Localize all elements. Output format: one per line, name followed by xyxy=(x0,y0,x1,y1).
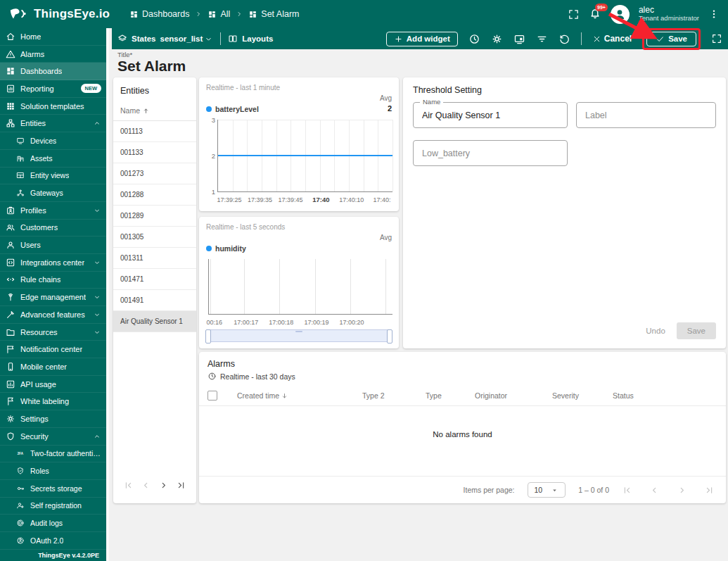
version-history-icon[interactable] xyxy=(558,33,570,45)
sidebar-item-self-registration[interactable]: Self registration xyxy=(0,498,106,515)
time-range-slider[interactable] xyxy=(206,329,392,342)
entity-row[interactable]: 001311 xyxy=(113,248,196,269)
alarms-timewindow-button[interactable]: Realtime - last 30 days xyxy=(199,370,726,386)
chev-left-icon xyxy=(141,480,151,491)
name-field[interactable] xyxy=(414,103,567,127)
column-header-type[interactable]: Type xyxy=(426,391,475,400)
entity-row[interactable]: 001471 xyxy=(113,269,196,290)
notifications-button[interactable]: 99+ xyxy=(589,8,601,20)
sidebar-item-advanced-features[interactable]: Advanced features xyxy=(0,306,106,324)
add-widget-button[interactable]: Add widget xyxy=(386,32,458,46)
users-icon xyxy=(6,240,15,250)
chart-timewindow-label: Realtime - last 5 seconds xyxy=(199,217,399,231)
sidebar-item-profiles[interactable]: Profiles xyxy=(0,202,106,220)
sidebar-item-secrets-storage[interactable]: Secrets storage xyxy=(0,480,106,498)
expand-dashboard-icon[interactable] xyxy=(711,33,722,44)
user-menu[interactable]: alec Tenant administrator xyxy=(639,6,699,23)
legend-label: humidity xyxy=(215,244,246,253)
filters-icon[interactable] xyxy=(536,33,548,45)
save-button[interactable]: Save xyxy=(646,32,696,46)
kebab-menu-icon[interactable] xyxy=(708,8,720,20)
threshold-save-button[interactable]: Save xyxy=(677,322,716,339)
sidebar-item-assets[interactable]: Assets xyxy=(0,150,106,168)
alarms-table-footer: Items per page: 10 1 – 0 of 0 xyxy=(199,476,726,503)
templates-icon xyxy=(6,101,15,111)
last-page-icon[interactable] xyxy=(176,480,186,491)
sidebar-item-dashboards[interactable]: Dashboards xyxy=(0,63,106,80)
select-all-checkbox[interactable] xyxy=(207,391,217,401)
sidebar-item-two-factor-authenticati[interactable]: 2FATwo-factor authenticati... xyxy=(0,446,106,463)
states-select[interactable]: States sensor_list xyxy=(117,34,213,44)
dashboard-settings-icon[interactable] xyxy=(491,33,503,45)
sidebar-item-mobile-center[interactable]: Mobile center xyxy=(0,358,106,376)
sidebar-item-white-labeling[interactable]: White labeling xyxy=(0,393,106,410)
avatar[interactable] xyxy=(611,5,630,24)
sidebar-item-users[interactable]: Users xyxy=(0,237,106,254)
sidebar-item-roles[interactable]: Roles xyxy=(0,462,106,480)
entity-row[interactable]: 001113 xyxy=(113,121,196,142)
column-header-status[interactable]: Status xyxy=(613,391,717,400)
sidebar-item-solution-templates[interactable]: Solution templates xyxy=(0,98,106,115)
column-header-type-2[interactable]: Type 2 xyxy=(362,391,426,400)
sidebar-item-label: Assets xyxy=(30,154,53,163)
legend-item[interactable]: batteryLevel xyxy=(206,105,259,113)
mobile-icon xyxy=(6,362,15,372)
sidebar-item-resources[interactable]: Resources xyxy=(0,324,106,341)
sidebar-item-oauth-2-0[interactable]: OAuth 2.0 xyxy=(0,532,106,550)
arrow-down-icon xyxy=(281,392,288,400)
page-title[interactable]: Set Alarm xyxy=(117,58,186,75)
entity-aliases-icon[interactable] xyxy=(513,33,525,45)
layouts-button[interactable]: Layouts xyxy=(228,34,273,44)
dashboard-icon xyxy=(207,10,217,19)
entities-column-header[interactable]: Name xyxy=(113,97,196,121)
sidebar-item-edge-management[interactable]: Edge management xyxy=(0,289,106,306)
sidebar-item-api-usage[interactable]: API usage xyxy=(0,376,106,393)
column-header-created-time[interactable]: Created time xyxy=(237,391,362,400)
sidebar-item-devices[interactable]: Devices xyxy=(0,132,106,150)
sidebar-item-home[interactable]: Home xyxy=(0,28,106,46)
entity-row[interactable]: Air Quality Sensor 1 xyxy=(113,311,196,332)
entity-row[interactable]: 001133 xyxy=(113,142,196,163)
alarm-type-field[interactable] xyxy=(414,141,567,165)
warning-icon xyxy=(6,49,15,59)
sidebar-item-security[interactable]: Security xyxy=(0,428,106,446)
sidebar-item-label: Roles xyxy=(30,467,49,475)
column-header-originator[interactable]: Originator xyxy=(475,391,552,400)
chev-right-icon[interactable] xyxy=(158,480,169,491)
chevron-right-icon xyxy=(194,10,203,18)
timewindow-icon[interactable] xyxy=(468,33,480,45)
fullscreen-icon[interactable] xyxy=(568,8,580,20)
entity-row[interactable]: 001305 xyxy=(113,227,196,248)
sidebar-item-settings[interactable]: Settings xyxy=(0,410,106,428)
sidebar-item-entity-views[interactable]: Entity views xyxy=(0,168,106,185)
sidebar-item-gateways[interactable]: Gateways xyxy=(0,184,106,202)
entity-row[interactable]: 001273 xyxy=(113,163,196,184)
chevron-down-icon xyxy=(93,206,101,215)
breadcrumb-item-set-alarm[interactable]: Set Alarm xyxy=(248,9,299,19)
sidebar-item-entities[interactable]: Entities xyxy=(0,115,106,132)
sidebar-item-customers[interactable]: Customers xyxy=(0,220,106,237)
cancel-button[interactable]: Cancel xyxy=(592,34,632,44)
topbar: ThingsEye.io DashboardsAllSet Alarm 99+ … xyxy=(0,0,728,28)
breadcrumb-item-all[interactable]: All xyxy=(207,9,230,19)
x-axis-tick: 17:40: xyxy=(373,196,391,203)
breadcrumb-item-dashboards[interactable]: Dashboards xyxy=(129,9,189,19)
sidebar-item-label: Solution templates xyxy=(20,102,84,111)
sidebar-item-notification-center[interactable]: Notification center xyxy=(0,341,106,358)
undo-button[interactable]: Undo xyxy=(646,327,665,335)
sidebar-item-integrations-center[interactable]: Integrations center xyxy=(0,254,106,272)
sidebar-item-reporting[interactable]: ReportingNEW xyxy=(0,80,106,98)
items-per-page-select[interactable]: 10 xyxy=(528,482,566,498)
entity-row[interactable]: 001491 xyxy=(113,290,196,311)
entity-row[interactable]: 001288 xyxy=(113,184,196,206)
column-label: Type xyxy=(426,391,442,400)
kebab-menu-icon xyxy=(708,8,720,20)
column-header-severity[interactable]: Severity xyxy=(552,391,613,400)
sidebar-item-audit-logs[interactable]: Audit logs xyxy=(0,515,106,532)
entity-row[interactable]: 001289 xyxy=(113,206,196,227)
legend-item[interactable]: humidity xyxy=(206,244,246,253)
sidebar-item-rule-chains[interactable]: Rule chains xyxy=(0,272,106,289)
label-field[interactable] xyxy=(577,103,715,127)
app-logo[interactable]: ThingsEye.io xyxy=(8,6,120,23)
sidebar-item-alarms[interactable]: Alarms xyxy=(0,46,106,63)
